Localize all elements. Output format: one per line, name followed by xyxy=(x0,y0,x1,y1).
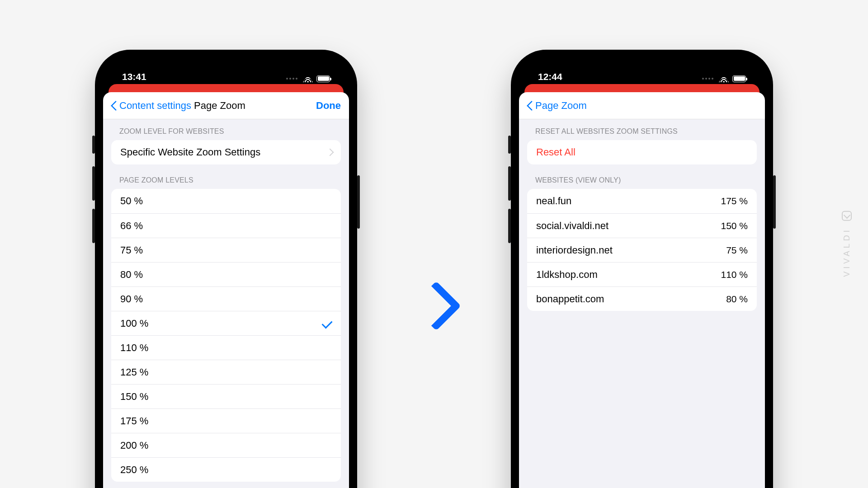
row-label: 66 % xyxy=(120,220,332,232)
specific-website-zoom-row[interactable]: Specific Website Zoom Settings xyxy=(111,140,341,164)
row-label: 250 % xyxy=(120,464,332,476)
row-label: 100 % xyxy=(120,318,322,329)
website-host: social.vivaldi.net xyxy=(536,220,721,232)
arrow-right-icon xyxy=(416,276,452,334)
cellular-icon xyxy=(286,78,297,80)
status-time: 13:41 xyxy=(122,71,146,82)
nav-bar: Content settings Page Zoom Done xyxy=(103,92,349,119)
back-label: Page Zoom xyxy=(535,100,587,112)
zoom-level-row[interactable]: 66 % xyxy=(111,213,341,238)
cellular-icon xyxy=(702,78,713,80)
row-label: 110 % xyxy=(120,342,332,354)
zoom-level-row[interactable]: 150 % xyxy=(111,384,341,408)
row-label: 50 % xyxy=(120,195,332,207)
nav-bar: Page Zoom xyxy=(519,92,765,119)
row-label: 200 % xyxy=(120,440,332,451)
zoom-level-row[interactable]: 90 % xyxy=(111,286,341,311)
back-button[interactable]: Content settings xyxy=(111,100,191,112)
row-label: Reset All xyxy=(536,146,576,158)
wifi-icon xyxy=(303,75,313,82)
section-header: RESET ALL WEBSITES ZOOM SETTINGS xyxy=(519,119,765,140)
section-header: ZOOM LEVEL FOR WEBSITES xyxy=(103,119,349,140)
zoom-level-row[interactable]: 110 % xyxy=(111,335,341,360)
zoom-level-row[interactable]: 250 % xyxy=(111,457,341,482)
website-host: interiordesign.net xyxy=(536,244,726,256)
website-zoom-row: social.vivaldi.net150 % xyxy=(527,213,757,238)
vivaldi-watermark: VIVALDI xyxy=(842,211,852,277)
website-zoom-value: 75 % xyxy=(726,245,748,256)
status-time: 12:44 xyxy=(538,71,562,82)
page-title: Page Zoom xyxy=(194,100,245,112)
phone-right: 12:44 Page Zoom RESET ALL WEBSITES ZOOM … xyxy=(511,50,773,488)
chevron-left-icon xyxy=(527,100,533,111)
zoom-level-row[interactable]: 80 % xyxy=(111,262,341,286)
zoom-level-row[interactable]: 125 % xyxy=(111,360,341,384)
website-zoom-row: interiordesign.net75 % xyxy=(527,238,757,262)
website-zoom-value: 110 % xyxy=(721,269,748,280)
row-label: 90 % xyxy=(120,293,332,305)
done-button[interactable]: Done xyxy=(316,100,341,112)
reset-all-button[interactable]: Reset All xyxy=(527,140,757,164)
section-header: PAGE ZOOM LEVELS xyxy=(103,164,349,189)
website-zoom-value: 175 % xyxy=(721,196,748,206)
zoom-level-row[interactable]: 175 % xyxy=(111,408,341,433)
row-label: 80 % xyxy=(120,269,332,281)
website-host: 1ldkshop.com xyxy=(536,269,721,281)
website-zoom-row: bonappetit.com80 % xyxy=(527,286,757,311)
website-zoom-row: 1ldkshop.com110 % xyxy=(527,262,757,286)
row-label: Specific Website Zoom Settings xyxy=(120,146,323,158)
zoom-level-row[interactable]: 75 % xyxy=(111,238,341,262)
row-label: 150 % xyxy=(120,391,332,403)
website-zoom-value: 80 % xyxy=(726,294,748,305)
chevron-right-icon xyxy=(327,148,332,156)
zoom-level-row[interactable]: 50 % xyxy=(111,189,341,213)
status-bar: 13:41 xyxy=(103,58,349,84)
row-label: 75 % xyxy=(120,244,332,256)
battery-icon xyxy=(316,75,330,82)
website-zoom-value: 150 % xyxy=(721,221,748,231)
vivaldi-logo-icon xyxy=(842,211,852,221)
row-label: 175 % xyxy=(120,415,332,427)
website-host: neal.fun xyxy=(536,195,721,207)
battery-icon xyxy=(732,75,746,82)
row-label: 125 % xyxy=(120,366,332,378)
section-header: WEBSITES (VIEW ONLY) xyxy=(519,164,765,189)
back-button[interactable]: Page Zoom xyxy=(527,100,587,112)
zoom-level-row[interactable]: 100 % xyxy=(111,311,341,335)
wifi-icon xyxy=(719,75,729,82)
status-bar: 12:44 xyxy=(519,58,765,84)
back-label: Content settings xyxy=(119,100,191,112)
phone-left: 13:41 Content settings Page Zoom Done ZO… xyxy=(95,50,357,488)
zoom-level-row[interactable]: 200 % xyxy=(111,433,341,457)
website-host: bonappetit.com xyxy=(536,293,726,305)
chevron-left-icon xyxy=(111,100,118,111)
website-zoom-row: neal.fun175 % xyxy=(527,189,757,213)
